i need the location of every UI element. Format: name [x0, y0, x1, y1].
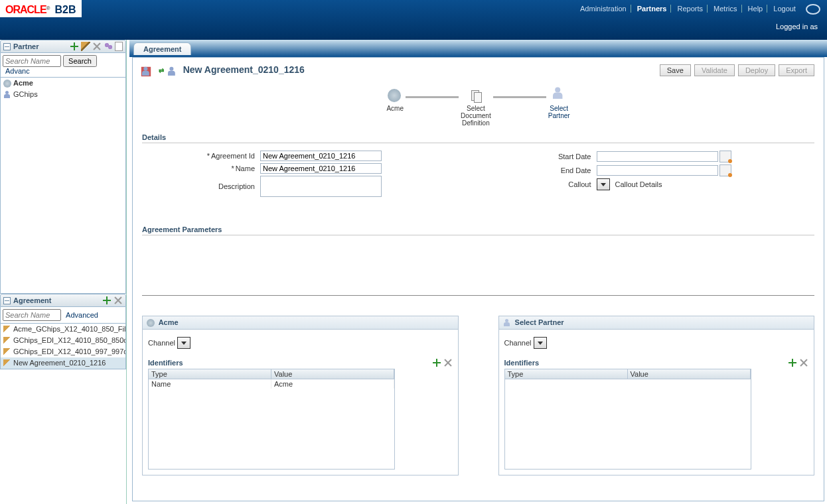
brand-oracle: ORACLE [5, 4, 46, 15]
nav-help[interactable]: Help [744, 5, 768, 13]
brand-b2b: B2B [55, 4, 76, 15]
nav-administration[interactable]: Administration [576, 5, 631, 13]
header-nav: Administration Partners Reports Metrics … [576, 4, 820, 15]
login-status: Logged in as [776, 23, 818, 31]
nav-partners[interactable]: Partners [633, 5, 672, 13]
nav-metrics[interactable]: Metrics [710, 5, 741, 13]
nav-logout[interactable]: Logout [769, 5, 800, 13]
activity-indicator-icon [806, 4, 820, 15]
nav-reports[interactable]: Reports [673, 5, 708, 13]
brand-logo: ORACLE® B2B [0, 0, 82, 17]
app-header: ORACLE® B2B Administration Partners Repo… [0, 0, 827, 40]
